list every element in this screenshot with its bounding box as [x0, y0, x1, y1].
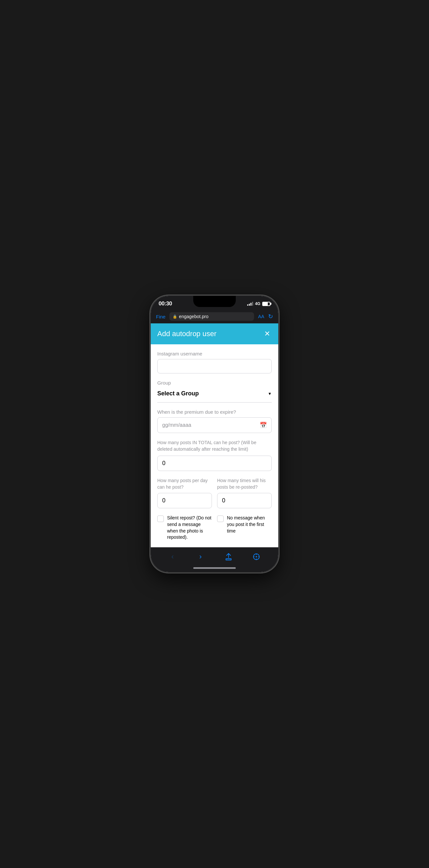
date-input[interactable]: gg/mm/aaaa 📅 [157, 417, 272, 433]
browser-bottom-bar: ‹ › [151, 547, 278, 565]
close-button[interactable]: ✕ [263, 329, 272, 338]
phone-screen: 00:30 4G Fine 🔒 engagebot.pro [151, 296, 278, 572]
browser-url-container[interactable]: 🔒 engagebot.pro [169, 312, 254, 321]
posts-per-day-input[interactable] [157, 493, 212, 508]
home-indicator [151, 565, 278, 572]
browser-actions: AA ↻ [258, 313, 273, 320]
total-posts-label: How many posts IN TOTAL can he post? (Wi… [157, 440, 272, 452]
aa-button[interactable]: AA [258, 314, 264, 319]
back-nav-button[interactable]: ‹ [167, 551, 178, 563]
signal-bars-icon [247, 302, 253, 306]
instagram-label: Instagram username [157, 351, 272, 356]
browser-url-text: engagebot.pro [179, 314, 208, 319]
two-col-section: How many posts per day can he post? How … [157, 477, 272, 508]
no-message-item: No message when you post it the first ti… [217, 515, 272, 540]
silent-repost-checkbox[interactable] [157, 516, 164, 522]
svg-point-1 [256, 556, 257, 557]
reposts-col: How many times will his posts be re-post… [217, 477, 272, 508]
date-placeholder: gg/mm/aaaa [162, 422, 191, 428]
share-button[interactable] [223, 551, 234, 563]
no-message-label: No message when you post it the first ti… [227, 515, 272, 534]
browser-back-button[interactable]: Fine [156, 314, 165, 319]
modal-header: Add autodrop user ✕ [151, 323, 278, 344]
silent-repost-label: Silent repost? (Do not send a message wh… [167, 515, 212, 540]
group-select[interactable]: Select a Group ▼ [157, 389, 272, 398]
group-select-value: Select a Group [157, 390, 199, 397]
total-posts-input[interactable] [157, 456, 272, 471]
reposts-label: How many times will his posts be re-post… [217, 477, 272, 490]
refresh-icon[interactable]: ↻ [268, 313, 273, 320]
checkbox-row: Silent repost? (Do not send a message wh… [157, 515, 272, 547]
battery-icon [262, 302, 270, 306]
forward-nav-button[interactable]: › [195, 551, 206, 563]
home-bar [193, 567, 236, 569]
network-label: 4G [255, 302, 260, 306]
main-content: Add autodrop user ✕ Instagram username G… [151, 323, 278, 547]
posts-per-day-col: How many posts per day can he post? [157, 477, 212, 508]
posts-per-day-label: How many posts per day can he post? [157, 477, 212, 490]
silent-repost-item: Silent repost? (Do not send a message wh… [157, 515, 212, 540]
expiry-label: When is the premium due to expire? [157, 409, 272, 415]
group-select-container: Select a Group ▼ [157, 389, 272, 403]
calendar-icon: 📅 [260, 422, 267, 429]
browser-bar: Fine 🔒 engagebot.pro AA ↻ [151, 310, 278, 323]
modal-title: Add autodrop user [157, 330, 217, 338]
group-label: Group [157, 380, 272, 385]
notch [193, 296, 236, 307]
status-icons: 4G [247, 302, 270, 306]
reposts-input[interactable] [217, 493, 272, 508]
chevron-down-icon: ▼ [268, 392, 272, 396]
instagram-input[interactable] [157, 359, 272, 373]
modal-body: Instagram username Group Select a Group … [151, 344, 278, 547]
compass-button[interactable] [251, 551, 262, 563]
lock-icon: 🔒 [173, 314, 177, 319]
no-message-checkbox[interactable] [217, 516, 224, 522]
phone-frame: 00:30 4G Fine 🔒 engagebot.pro [151, 296, 278, 572]
status-time: 00:30 [159, 301, 172, 307]
